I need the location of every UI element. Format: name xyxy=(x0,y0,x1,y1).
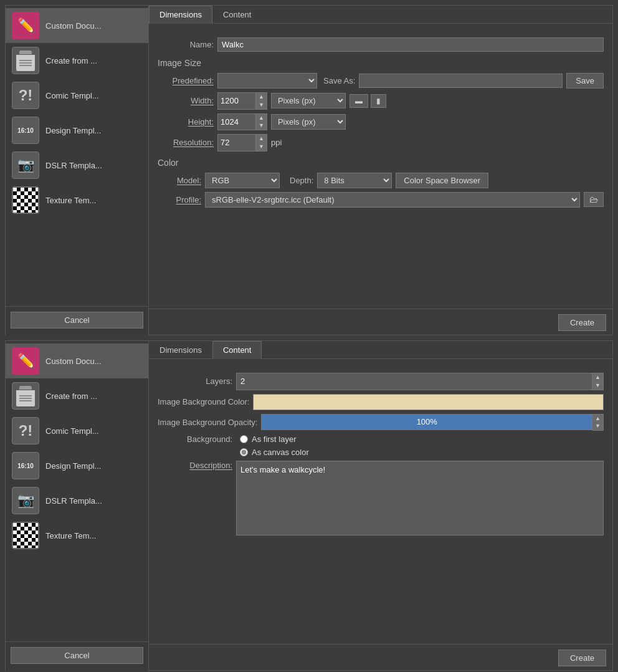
radio-first-layer-input[interactable] xyxy=(240,435,248,443)
depth-label: Depth: xyxy=(290,176,313,185)
description-textarea[interactable]: Let's make a walkcycle! xyxy=(236,461,604,535)
layers-spinner[interactable]: ▲ ▼ xyxy=(236,373,604,390)
radio-first-layer[interactable]: As first layer xyxy=(240,434,309,444)
bg-color-label: Image Background Color: xyxy=(158,397,249,406)
sidebar-label-design: Design Templ... xyxy=(45,126,101,135)
sidebar-item-design-b[interactable]: 16:10 Design Templ... xyxy=(6,448,148,483)
depth-select[interactable]: 8 Bits xyxy=(317,173,392,188)
width-unit-select[interactable]: Pixels (px) xyxy=(271,93,346,108)
height-up[interactable]: ▲ xyxy=(256,114,267,122)
height-label: Height: xyxy=(158,117,214,127)
sidebar-bottom: ✏️ Custom Docu... xyxy=(6,341,149,671)
question-icon-b: ?! xyxy=(12,417,39,444)
width-value[interactable] xyxy=(218,94,255,107)
name-input[interactable]: Walkc xyxy=(217,37,604,52)
height-spinner[interactable]: ▲ ▼ xyxy=(217,113,267,131)
landscape-btn[interactable]: ▬ xyxy=(349,94,368,108)
tab-content-top[interactable]: Content xyxy=(212,6,262,24)
sidebar-item-custom-doc-b[interactable]: ✏️ Custom Docu... xyxy=(6,343,148,378)
predefined-select[interactable] xyxy=(217,73,317,89)
checker-icon xyxy=(12,186,39,214)
sidebar-item-custom-doc[interactable]: ✏️ Custom Docu... xyxy=(6,8,148,43)
sidebar-item-comic-b[interactable]: ?! Comic Templ... xyxy=(6,413,148,448)
resolution-spinner[interactable]: ▲ ▼ xyxy=(217,134,267,151)
height-unit-select[interactable]: Pixels (px) xyxy=(271,114,346,130)
opacity-bar: 100% xyxy=(261,414,592,430)
clipboard-icon xyxy=(12,47,39,74)
create-button-top[interactable]: Create xyxy=(558,314,606,331)
sidebar-top: ✏️ Custom Docu... xyxy=(6,6,149,336)
color-space-browser-btn[interactable]: Color Space Browser xyxy=(396,173,488,188)
name-label: Name: xyxy=(158,40,214,49)
ratio-icon-b: 16:10 xyxy=(12,452,39,479)
portrait-btn[interactable]: ▮ xyxy=(371,94,386,108)
name-row: Name: Walkc xyxy=(158,37,604,52)
sidebar-item-create-from[interactable]: Create from ... xyxy=(6,43,148,78)
description-row: Description: Let's make a walkcycle! xyxy=(158,461,604,535)
profile-select[interactable]: sRGB-elle-V2-srgbtrc.icc (Default) xyxy=(205,192,580,208)
description-label: Description: xyxy=(158,461,232,470)
resolution-value[interactable] xyxy=(218,136,255,149)
right-panel-bottom: Dimensions Content Layers: ▲ xyxy=(149,341,612,671)
sidebar-item-comic[interactable]: ?! Comic Templ... xyxy=(6,78,148,113)
layers-value[interactable] xyxy=(237,373,592,390)
tab-dimensions-bottom[interactable]: Dimensions xyxy=(149,341,212,359)
bg-color-row: Image Background Color: xyxy=(158,394,604,410)
sidebar-item-dslr-b[interactable]: 📷 DSLR Templa... xyxy=(6,483,148,518)
sidebar-label-custom: Custom Docu... xyxy=(45,21,102,31)
resolution-row: Resolution: ▲ ▼ ppi xyxy=(158,134,604,151)
dialog-top: ✏️ Custom Docu... xyxy=(5,5,613,335)
ratio-icon: 16:10 xyxy=(12,117,39,144)
sidebar-label-design-b: Design Templ... xyxy=(45,461,101,471)
profile-folder-btn[interactable]: 🗁 xyxy=(584,192,604,207)
sidebar-label-create-b: Create from ... xyxy=(45,391,97,401)
ppi-label: ppi xyxy=(271,138,282,147)
tab-content-bottom[interactable]: Content xyxy=(212,341,262,359)
camera-icon: 📷 xyxy=(12,151,39,179)
opacity-value: 100% xyxy=(417,417,437,426)
checker-icon-b xyxy=(12,522,39,549)
width-up[interactable]: ▲ xyxy=(256,93,267,101)
layers-label: Layers: xyxy=(158,377,232,386)
sidebar-label-comic-b: Comic Templ... xyxy=(45,426,99,436)
bg-opacity-row: Image Background Opacity: 100% ▲ ▼ xyxy=(158,414,604,431)
profile-row: Profile: sRGB-elle-V2-srgbtrc.icc (Defau… xyxy=(158,192,604,208)
bottom-bar-top: Create xyxy=(149,309,612,336)
content-tab-content: Layers: ▲ ▼ Image Background xyxy=(149,367,612,644)
sidebar-item-design[interactable]: 16:10 Design Templ... xyxy=(6,113,148,148)
height-down[interactable]: ▼ xyxy=(256,122,267,130)
sidebar-item-dslr[interactable]: 📷 DSLR Templa... xyxy=(6,148,148,183)
sidebar-label-comic: Comic Templ... xyxy=(45,91,99,100)
width-spinner[interactable]: ▲ ▼ xyxy=(217,92,267,110)
sidebar-item-texture[interactable]: Texture Tem... xyxy=(6,183,148,218)
res-down[interactable]: ▼ xyxy=(256,143,267,151)
sidebar-label-dslr-b: DSLR Templa... xyxy=(45,496,102,506)
predefined-label: Predefined: xyxy=(158,76,214,85)
opacity-up[interactable]: ▲ xyxy=(592,415,603,423)
cancel-button-top[interactable]: Cancel xyxy=(11,312,143,329)
sidebar-item-create-b[interactable]: Create from ... xyxy=(6,378,148,413)
layers-row: Layers: ▲ ▼ xyxy=(158,373,604,390)
res-up[interactable]: ▲ xyxy=(256,135,267,143)
radio-canvas-color[interactable]: As canvas color xyxy=(240,448,309,457)
right-panel-top: Dimensions Content Name: Walkc Image Siz… xyxy=(149,6,612,336)
layers-up[interactable]: ▲ xyxy=(592,373,603,382)
sidebar-item-texture-b[interactable]: Texture Tem... xyxy=(6,518,148,553)
width-down[interactable]: ▼ xyxy=(256,101,267,109)
model-label: Model: xyxy=(158,176,201,185)
height-value[interactable] xyxy=(218,115,255,128)
cancel-button-bottom[interactable]: Cancel xyxy=(11,647,143,664)
sidebar-label-dslr: DSLR Templa... xyxy=(45,161,102,170)
layers-down[interactable]: ▼ xyxy=(592,382,603,390)
tab-dimensions-top[interactable]: Dimensions xyxy=(149,6,212,24)
save-as-input[interactable] xyxy=(359,74,563,88)
model-select[interactable]: RGB xyxy=(205,173,280,188)
bg-opacity-label: Image Background Opacity: xyxy=(158,418,257,427)
save-button[interactable]: Save xyxy=(566,73,604,89)
opacity-spinner-btns: ▲ ▼ xyxy=(592,414,604,431)
radio-canvas-input[interactable] xyxy=(240,448,248,456)
opacity-down[interactable]: ▼ xyxy=(592,422,603,430)
bg-color-swatch[interactable] xyxy=(253,394,604,410)
pen-icon: ✏️ xyxy=(12,12,39,39)
create-button-bottom[interactable]: Create xyxy=(558,650,606,666)
